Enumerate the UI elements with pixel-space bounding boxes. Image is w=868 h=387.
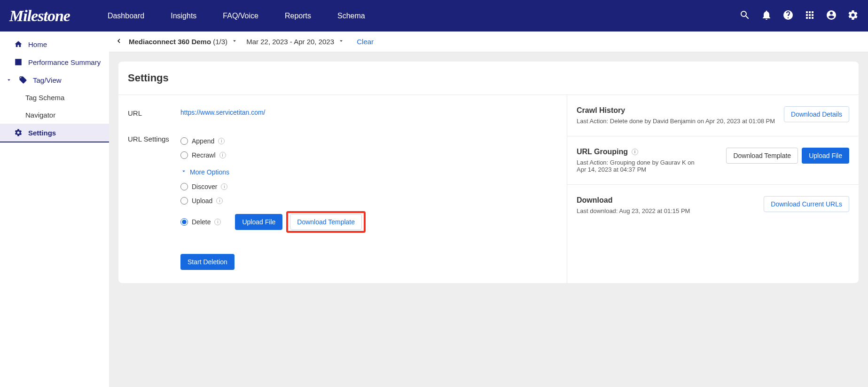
crawl-history-sub: Last Action: Delete done by David Benjam… xyxy=(577,118,778,125)
url-settings-label: URL Settings xyxy=(128,134,180,270)
download-section: Download Last download: Aug 23, 2022 at … xyxy=(567,185,859,226)
chevron-down-icon xyxy=(231,38,238,44)
chevron-down-icon xyxy=(5,76,13,84)
url-grouping-title: URL Grouping xyxy=(577,148,628,156)
chevron-down-icon xyxy=(180,168,187,176)
settings-card: Settings URL https://www.servicetitan.co… xyxy=(118,62,859,283)
radio-delete-row: Delete i Upload File Download Template xyxy=(180,208,557,236)
radio-label: Upload xyxy=(192,197,212,205)
sidebar-label: Performance Summary xyxy=(28,58,101,66)
nav-schema[interactable]: Schema xyxy=(337,12,365,20)
nav-faq-voice[interactable]: FAQ/Voice xyxy=(223,12,258,20)
info-icon[interactable]: i xyxy=(218,138,225,144)
radio-upload[interactable]: Upload i xyxy=(180,194,557,208)
sidebar: Home Performance Summary Tag/View Tag Sc… xyxy=(0,32,109,387)
gear-icon xyxy=(14,128,23,137)
url-grouping-section: URL Grouping i Last Action: Grouping don… xyxy=(567,136,859,185)
radio-label: Recrawl xyxy=(192,151,216,159)
help-icon[interactable] xyxy=(782,9,794,23)
radio-label: Append xyxy=(192,137,214,145)
download-title: Download xyxy=(577,196,758,205)
sidebar-label: Settings xyxy=(28,129,56,137)
date-range-text: Mar 22, 2023 - Apr 20, 2023 xyxy=(246,38,334,46)
download-sub: Last download: Aug 23, 2022 at 01:15 PM xyxy=(577,207,758,214)
highlight-annotation: Download Template xyxy=(286,211,366,233)
radio-recrawl-input[interactable] xyxy=(180,151,188,159)
sidebar-item-tagview[interactable]: Tag/View xyxy=(0,71,109,89)
info-icon[interactable]: i xyxy=(632,149,638,155)
account-icon[interactable] xyxy=(826,9,837,23)
radio-recrawl[interactable]: Recrawl i xyxy=(180,148,557,162)
header-actions xyxy=(739,9,859,23)
info-icon[interactable]: i xyxy=(221,183,227,190)
clear-button[interactable]: Clear xyxy=(357,38,374,46)
back-button[interactable] xyxy=(115,37,123,47)
sidebar-item-navigator[interactable]: Navigator xyxy=(0,106,109,124)
upload-file-button[interactable]: Upload File xyxy=(802,148,849,164)
home-icon xyxy=(14,40,23,48)
radio-append-input[interactable] xyxy=(180,137,188,145)
download-template-button[interactable]: Download Template xyxy=(726,148,798,164)
info-icon[interactable]: i xyxy=(216,197,223,204)
radio-discover-input[interactable] xyxy=(180,183,188,190)
chart-icon xyxy=(14,58,23,66)
nav-reports[interactable]: Reports xyxy=(285,12,311,20)
notifications-icon[interactable] xyxy=(761,9,772,23)
info-icon[interactable]: i xyxy=(214,219,221,225)
account-count: (1/3) xyxy=(213,38,227,46)
download-details-button[interactable]: Download Details xyxy=(784,106,849,122)
nav-insights[interactable]: Insights xyxy=(171,12,196,20)
nav-dashboard[interactable]: Dashboard xyxy=(108,12,144,20)
sidebar-item-home[interactable]: Home xyxy=(0,35,109,53)
sidebar-item-settings[interactable]: Settings xyxy=(0,124,109,142)
sidebar-label: Home xyxy=(28,40,47,48)
radio-label: Delete xyxy=(192,218,211,226)
sub-header: Mediaconnect 360 Demo (1/3) Mar 22, 2023… xyxy=(109,32,868,52)
account-name: Mediaconnect 360 Demo xyxy=(129,38,211,46)
url-label: URL xyxy=(128,108,180,117)
sidebar-item-tagschema[interactable]: Tag Schema xyxy=(0,89,109,106)
crawl-history-section: Crawl History Last Action: Delete done b… xyxy=(567,95,859,136)
top-nav: Dashboard Insights FAQ/Voice Reports Sch… xyxy=(108,12,739,20)
brand-logo: Milestone xyxy=(9,7,70,25)
start-deletion-button[interactable]: Start Deletion xyxy=(180,254,235,270)
apps-icon[interactable] xyxy=(804,9,815,23)
url-value-link[interactable]: https://www.servicetitan.com/ xyxy=(180,109,266,116)
info-icon[interactable]: i xyxy=(219,152,226,158)
download-template-button[interactable]: Download Template xyxy=(290,214,362,230)
url-settings-panel: URL https://www.servicetitan.com/ URL Se… xyxy=(118,95,567,283)
download-current-urls-button[interactable]: Download Current URLs xyxy=(764,196,849,212)
radio-delete-input[interactable] xyxy=(180,218,188,226)
top-bar: Milestone Dashboard Insights FAQ/Voice R… xyxy=(0,0,868,32)
date-range-picker[interactable]: Mar 22, 2023 - Apr 20, 2023 xyxy=(246,38,344,46)
url-grouping-sub: Last Action: Grouping done by Gaurav K o… xyxy=(577,159,699,173)
radio-append[interactable]: Append i xyxy=(180,134,557,148)
settings-icon[interactable] xyxy=(847,9,859,23)
more-options-label: More Options xyxy=(190,168,229,176)
page-title: Settings xyxy=(118,62,859,95)
radio-discover[interactable]: Discover i xyxy=(180,180,557,194)
crawl-history-title: Crawl History xyxy=(577,106,778,115)
chevron-down-icon xyxy=(338,38,344,44)
main: Mediaconnect 360 Demo (1/3) Mar 22, 2023… xyxy=(109,32,868,387)
radio-upload-input[interactable] xyxy=(180,197,188,205)
sidebar-item-performance[interactable]: Performance Summary xyxy=(0,53,109,71)
more-options-toggle[interactable]: More Options xyxy=(180,162,557,180)
radio-label: Discover xyxy=(192,183,217,190)
search-icon[interactable] xyxy=(739,9,751,23)
right-panel: Crawl History Last Action: Delete done b… xyxy=(567,95,859,283)
sidebar-label: Tag/View xyxy=(33,76,62,84)
account-selector[interactable]: Mediaconnect 360 Demo (1/3) xyxy=(129,38,238,46)
upload-file-button[interactable]: Upload File xyxy=(235,214,282,230)
tag-icon xyxy=(19,76,27,84)
